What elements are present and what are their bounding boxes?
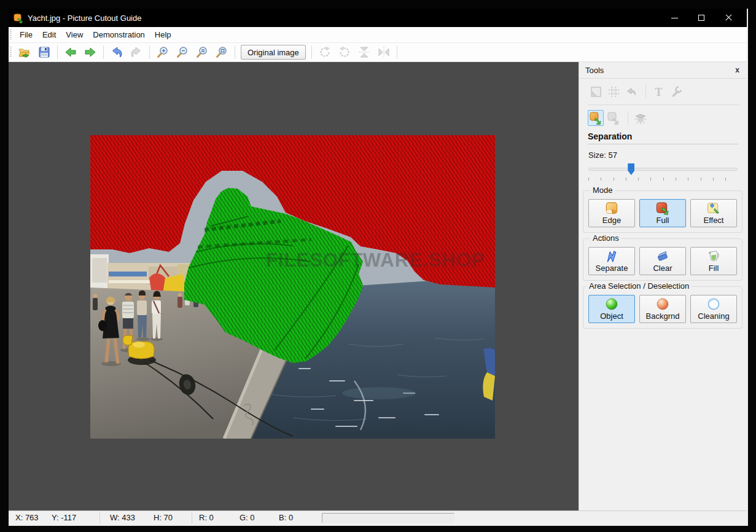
rotate-ccw-button[interactable] xyxy=(336,44,353,60)
status-w: W: 433 xyxy=(110,513,135,522)
clear-label: Clear xyxy=(653,264,672,273)
text-tool-button[interactable]: T xyxy=(650,84,666,100)
zoom-in-button[interactable] xyxy=(154,44,171,60)
wrench-icon xyxy=(670,85,683,98)
backgrnd-area-icon xyxy=(656,297,669,311)
app-icon xyxy=(14,13,24,23)
size-slider[interactable] xyxy=(588,163,738,176)
close-button[interactable] xyxy=(715,9,742,27)
tools-panel-header: Tools x xyxy=(579,62,747,79)
back-button[interactable] xyxy=(62,44,79,60)
shape-tool-icon xyxy=(607,111,620,125)
rotate-cw-icon xyxy=(318,45,332,59)
undo-icon xyxy=(110,45,123,59)
menu-view[interactable]: View xyxy=(61,28,88,41)
menu-demonstration[interactable]: Demonstration xyxy=(88,28,150,41)
separation-heading: Separation xyxy=(588,131,747,141)
separation-tool-icon xyxy=(589,111,602,125)
mode-group-label: Mode xyxy=(590,186,615,195)
separate-button[interactable]: Separate xyxy=(588,247,635,275)
crop-tool-icon xyxy=(590,85,602,98)
clear-button[interactable]: Clear xyxy=(639,247,686,275)
object-area-label: Object xyxy=(600,311,623,321)
watermark: FILESOFTWARE.SHOP xyxy=(266,249,485,271)
status-y: Y: -117 xyxy=(52,513,76,522)
backgrnd-area-label: Backgrnd xyxy=(646,311,680,321)
size-slider-thumb[interactable] xyxy=(628,163,634,175)
menu-bar: File Edit View Demonstration Help xyxy=(9,27,747,43)
save-button[interactable] xyxy=(36,44,53,60)
status-bar: X: 763 Y: -117 W: 433 H: 70 R: 0 G: 0 B:… xyxy=(9,510,747,525)
shape-tool-button[interactable] xyxy=(606,110,622,126)
redo-icon xyxy=(130,45,143,59)
zoom-out-button[interactable] xyxy=(174,44,191,60)
zoom-actual-button[interactable] xyxy=(193,44,211,60)
history-undo-icon xyxy=(625,85,638,98)
edge-mode-icon xyxy=(604,201,619,216)
settings-tool-button[interactable] xyxy=(668,84,684,100)
editor-canvas[interactable]: FILESOFTWARE.SHOP xyxy=(9,62,579,510)
size-slider-ticks xyxy=(588,178,738,181)
maximize-button[interactable] xyxy=(688,9,715,27)
rotate-cw-button[interactable] xyxy=(316,44,333,60)
flip-vertical-button[interactable] xyxy=(356,44,373,60)
size-slider-track[interactable] xyxy=(588,168,738,171)
status-progress-box xyxy=(322,513,454,523)
flip-horizontal-icon xyxy=(377,45,391,59)
size-label: Size: 57 xyxy=(588,151,747,160)
clear-icon xyxy=(655,249,670,264)
minimize-button[interactable] xyxy=(661,9,688,27)
separation-tool-button[interactable] xyxy=(588,110,604,126)
save-icon xyxy=(37,45,51,59)
crop-tool-button[interactable] xyxy=(588,84,604,100)
status-h: H: 70 xyxy=(154,513,173,522)
demonstration-tool-button[interactable] xyxy=(633,110,649,126)
effect-mode-button[interactable]: Effect xyxy=(690,199,737,227)
object-area-icon xyxy=(605,297,618,311)
graduation-cap-icon xyxy=(634,111,647,125)
backgrnd-area-button[interactable]: Backgrnd xyxy=(639,295,686,323)
area-selection-group: Area Selection / Deselection Object xyxy=(583,286,742,329)
actions-group-label: Actions xyxy=(590,233,622,243)
original-image-button[interactable]: Original image xyxy=(241,45,306,60)
zoom-in-icon xyxy=(156,45,170,59)
title-bar: Yacht.jpg - Picture Cutout Guide xyxy=(9,9,747,27)
back-icon xyxy=(64,45,77,59)
full-mode-label: Full xyxy=(657,216,669,225)
open-icon xyxy=(18,45,31,59)
fill-label: Fill xyxy=(709,264,719,273)
object-area-button[interactable]: Object xyxy=(588,295,635,323)
fill-button[interactable]: Fill xyxy=(690,247,737,275)
area-selection-group-label: Area Selection / Deselection xyxy=(586,281,692,291)
cleaning-area-label: Cleaning xyxy=(698,311,729,321)
tools-panel: Tools x xyxy=(579,62,747,510)
status-r: R: 0 xyxy=(199,513,214,522)
image-canvas[interactable]: FILESOFTWARE.SHOP xyxy=(90,135,495,439)
menu-help[interactable]: Help xyxy=(150,28,176,41)
edge-mode-button[interactable]: Edge xyxy=(588,199,635,227)
svg-text:T: T xyxy=(655,85,662,98)
separate-icon xyxy=(604,249,619,264)
menu-edit[interactable]: Edit xyxy=(37,28,61,41)
history-tool-button[interactable] xyxy=(623,84,639,100)
app-window: Yacht.jpg - Picture Cutout Guide File Ed… xyxy=(9,9,748,526)
forward-icon xyxy=(84,45,97,59)
status-b: B: 0 xyxy=(279,513,293,522)
toolbar-grip xyxy=(10,47,12,58)
forward-button[interactable] xyxy=(82,44,99,60)
effect-mode-label: Effect xyxy=(703,216,723,225)
redo-button[interactable] xyxy=(128,44,145,60)
flip-horizontal-button[interactable] xyxy=(375,44,392,60)
full-mode-button[interactable]: Full xyxy=(639,199,686,227)
open-button[interactable] xyxy=(16,44,33,60)
effect-mode-icon xyxy=(706,201,721,216)
separate-label: Separate xyxy=(596,264,628,273)
tools-panel-close-button[interactable]: x xyxy=(734,66,741,74)
menu-file[interactable]: File xyxy=(15,28,37,41)
full-mode-icon xyxy=(655,201,670,216)
cleaning-area-icon xyxy=(707,297,720,311)
undo-button[interactable] xyxy=(108,44,125,60)
cleaning-area-button[interactable]: Cleaning xyxy=(690,295,737,323)
grid-tool-button[interactable] xyxy=(606,84,622,100)
zoom-fit-button[interactable] xyxy=(213,44,230,60)
